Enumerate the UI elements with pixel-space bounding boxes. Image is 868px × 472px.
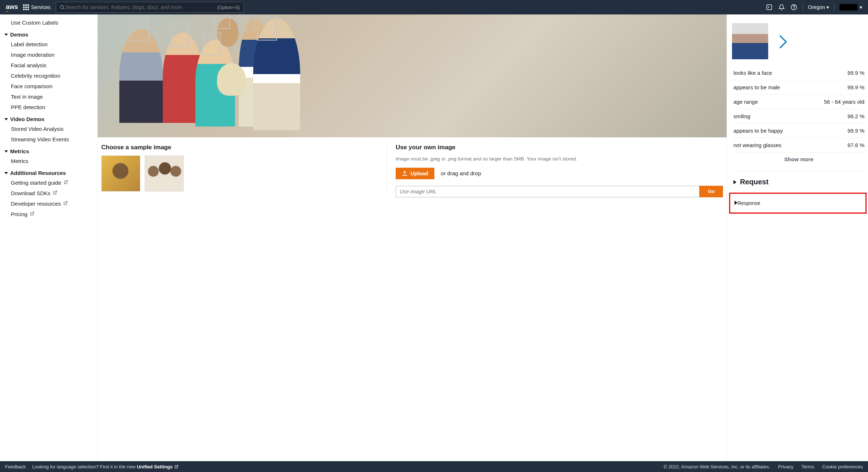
- attribute-row: smiling96.2 %: [732, 109, 866, 124]
- account-menu[interactable]: ▾: [839, 4, 862, 10]
- sample-image-2[interactable]: [145, 155, 184, 192]
- attribute-value: 99.9 %: [847, 84, 864, 90]
- sidebar-group-additional-resources[interactable]: Additional Resources: [4, 166, 97, 177]
- drag-drop-label: or drag and drop: [441, 170, 481, 176]
- face-bounding-box: [203, 32, 221, 55]
- attribute-value: 99.9 %: [847, 128, 864, 134]
- sample-image-1[interactable]: [101, 155, 140, 192]
- help-icon[interactable]: [790, 4, 797, 11]
- own-image-heading: Use your own image: [396, 144, 723, 151]
- svg-point-0: [60, 5, 64, 8]
- chevron-down-icon: [4, 150, 8, 153]
- request-expander[interactable]: Request: [732, 171, 866, 193]
- sidebar-item-text-in-image[interactable]: Text in image: [4, 91, 97, 102]
- region-selector[interactable]: Oregon ▾: [808, 4, 829, 10]
- feedback-link[interactable]: Feedback: [5, 464, 26, 469]
- face-bounding-box: [129, 17, 149, 42]
- external-link-icon: [30, 211, 35, 216]
- cloudshell-icon[interactable]: [766, 4, 773, 11]
- search-shortcut: [Option+S]: [217, 5, 240, 10]
- chevron-down-icon: [4, 172, 8, 174]
- sidebar-item-label-detection[interactable]: Label detection: [4, 39, 97, 50]
- sidebar-item-download-sdks[interactable]: Download SDKs: [4, 188, 97, 198]
- next-face-button[interactable]: [778, 34, 788, 48]
- sidebar-item-image-moderation[interactable]: Image moderation: [4, 50, 97, 60]
- top-nav: aws⌣ Services [Option+S] Oregon ▾ ▾: [0, 0, 868, 14]
- svg-point-4: [794, 9, 794, 9]
- sidebar-item-facial-analysis[interactable]: Facial analysis: [4, 60, 97, 70]
- services-grid-icon: [23, 4, 29, 10]
- face-bounding-box: [213, 14, 230, 29]
- show-more-button[interactable]: Show more: [732, 153, 866, 171]
- sidebar-group-label: Video Demos: [10, 116, 44, 122]
- face-bounding-box: [257, 16, 277, 40]
- results-panel: looks like a face99.9 %appears to be mal…: [727, 14, 868, 461]
- sidebar-item-celebrity-recognition[interactable]: Celebrity recognition: [4, 70, 97, 81]
- account-name-redacted: [839, 4, 858, 10]
- sidebar-item-face-comparison[interactable]: Face comparison: [4, 81, 97, 91]
- response-expander[interactable]: Response: [730, 200, 865, 206]
- attribute-value: 97.6 %: [847, 142, 864, 148]
- sidebar-item-label: Pricing: [11, 211, 27, 217]
- sidebar-item-label: Developer resources: [11, 201, 61, 207]
- sidebar-group-label: Demos: [10, 31, 28, 38]
- sidebar-group-metrics[interactable]: Metrics: [4, 145, 97, 156]
- sidebar-item-use-custom-labels[interactable]: Use Custom Labels: [4, 17, 97, 28]
- privacy-link[interactable]: Privacy: [778, 464, 793, 469]
- aws-logo[interactable]: aws⌣: [6, 3, 18, 11]
- services-button[interactable]: Services: [23, 4, 51, 10]
- footer: Feedback Looking for language selection?…: [0, 461, 868, 472]
- sidebar-item-pricing[interactable]: Pricing: [4, 209, 97, 219]
- sidebar-item-stored-video-analysis[interactable]: Stored Video Analysis: [4, 124, 97, 134]
- attribute-row: appears to be happy99.9 %: [732, 124, 866, 138]
- upload-button[interactable]: Upload: [396, 168, 434, 179]
- unified-settings-link[interactable]: Unified Settings: [137, 464, 179, 469]
- services-label: Services: [31, 4, 51, 10]
- image-url-input[interactable]: [396, 186, 700, 197]
- language-prompt: Looking for language selection? Find it …: [32, 464, 179, 469]
- response-expander-highlight: Response: [729, 193, 867, 214]
- terms-link[interactable]: Terms: [801, 464, 814, 469]
- sidebar-item-streaming-video-events[interactable]: Streaming Video Events: [4, 134, 97, 145]
- notifications-icon[interactable]: [778, 4, 785, 11]
- sidebar-group-label: Metrics: [10, 148, 29, 154]
- attribute-row: not wearing glasses97.6 %: [732, 138, 866, 153]
- sidebar-item-ppe-detection[interactable]: PPE detection: [4, 102, 97, 112]
- unified-settings-label: Unified Settings: [137, 464, 173, 469]
- caret-right-icon: [735, 201, 737, 205]
- chevron-down-icon: ▾: [826, 4, 829, 10]
- attribute-key: age range: [733, 99, 758, 105]
- sidebar-item-label: Getting started guide: [11, 180, 61, 186]
- sidebar-item-label: Download SDKs: [11, 190, 50, 196]
- sidebar-item-developer-resources[interactable]: Developer resources: [4, 198, 97, 209]
- external-link-icon: [174, 464, 179, 469]
- go-button[interactable]: Go: [699, 186, 723, 197]
- response-label: Response: [737, 200, 760, 206]
- chevron-down-icon: [4, 118, 8, 120]
- attribute-key: not wearing glasses: [733, 142, 782, 148]
- sidebar-group-video-demos[interactable]: Video Demos: [4, 112, 97, 124]
- main-content: Choose a sample image Use your own image…: [98, 14, 868, 461]
- analyzed-image: [98, 14, 727, 137]
- search-icon: [60, 5, 65, 10]
- upload-label: Upload: [410, 171, 428, 176]
- sidebar: Use Custom Labels Demos Label detection …: [0, 14, 98, 461]
- attribute-row: looks like a face99.9 %: [732, 66, 866, 80]
- attribute-row: age range56 - 64 years old: [732, 95, 866, 109]
- request-label: Request: [740, 178, 769, 186]
- external-link-icon: [63, 180, 68, 185]
- sidebar-item-metrics[interactable]: Metrics: [4, 156, 97, 166]
- attribute-key: appears to be happy: [733, 128, 783, 134]
- attribute-key: appears to be male: [733, 84, 780, 90]
- cookie-preferences-link[interactable]: Cookie preferences: [822, 464, 863, 469]
- detected-face-thumbnail[interactable]: [732, 23, 768, 59]
- sidebar-item-getting-started[interactable]: Getting started guide: [4, 177, 97, 188]
- search-input[interactable]: [65, 4, 217, 10]
- external-link-icon: [52, 190, 58, 195]
- global-search[interactable]: [Option+S]: [56, 2, 244, 13]
- face-bounding-box: [238, 14, 255, 31]
- sidebar-group-demos[interactable]: Demos: [4, 28, 97, 39]
- chevron-down-icon: ▾: [860, 4, 862, 10]
- svg-line-1: [63, 8, 64, 9]
- face-bounding-box: [170, 22, 189, 47]
